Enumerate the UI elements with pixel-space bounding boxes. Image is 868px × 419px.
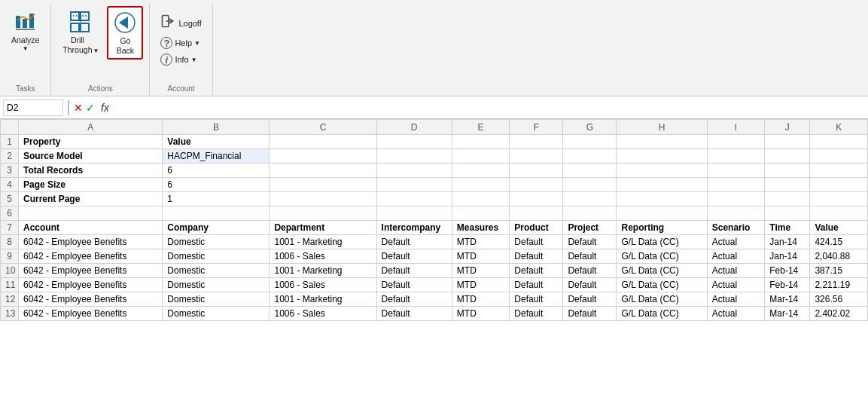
info-button[interactable]: i Info ▼	[156, 52, 201, 67]
cell-6-C[interactable]	[270, 206, 376, 221]
cell-13-J[interactable]: Mar-14	[765, 307, 810, 321]
cell-11-B[interactable]: Domestic	[163, 278, 270, 292]
cell-11-H[interactable]: G/L Data (CC)	[617, 278, 707, 292]
cell-9-I[interactable]: Actual	[707, 249, 765, 264]
cell-11-K[interactable]: 2,211.19	[810, 278, 868, 292]
cell-5-C[interactable]	[270, 192, 376, 206]
cell-10-D[interactable]: Default	[376, 264, 452, 278]
cell-10-B[interactable]: Domestic	[163, 264, 270, 278]
cell-10-C[interactable]: 1001 - Marketing	[270, 264, 376, 278]
cell-6-D[interactable]	[376, 206, 452, 221]
cell-8-K[interactable]: 424.15	[810, 235, 868, 249]
cell-reference-input[interactable]	[3, 99, 63, 116]
cell-1-B[interactable]: Value	[163, 135, 270, 149]
cell-4-B[interactable]: 6	[163, 178, 270, 192]
cell-13-G[interactable]: Default	[563, 307, 617, 321]
cell-3-E[interactable]	[452, 164, 510, 178]
cell-7-B[interactable]: Company	[163, 221, 270, 235]
cell-4-H[interactable]	[617, 178, 707, 192]
cell-8-E[interactable]: MTD	[452, 235, 510, 249]
col-header-b[interactable]: B	[163, 120, 270, 135]
cell-4-E[interactable]	[452, 178, 510, 192]
drillthrough-button[interactable]: DrillThrough ▼	[57, 6, 104, 58]
cell-9-E[interactable]: MTD	[452, 249, 510, 264]
cell-5-G[interactable]	[563, 192, 617, 206]
cell-4-A[interactable]: Page Size	[19, 178, 163, 192]
cell-9-H[interactable]: G/L Data (CC)	[617, 249, 707, 264]
cell-12-F[interactable]: Default	[510, 292, 563, 307]
col-header-f[interactable]: F	[510, 120, 563, 135]
col-header-h[interactable]: H	[617, 120, 707, 135]
cell-3-G[interactable]	[563, 164, 617, 178]
cell-7-F[interactable]: Product	[510, 221, 563, 235]
cell-9-K[interactable]: 2,040.88	[810, 249, 868, 264]
col-header-e[interactable]: E	[452, 120, 510, 135]
cell-8-J[interactable]: Jan-14	[765, 235, 810, 249]
cell-1-C[interactable]	[270, 135, 376, 149]
cell-12-A[interactable]: 6042 - Employee Benefits	[19, 292, 163, 307]
cell-12-E[interactable]: MTD	[452, 292, 510, 307]
cell-2-E[interactable]	[452, 149, 510, 164]
goback-button[interactable]: GoBack	[107, 6, 143, 60]
cell-8-G[interactable]: Default	[563, 235, 617, 249]
cell-8-A[interactable]: 6042 - Employee Benefits	[19, 235, 163, 249]
cell-11-I[interactable]: Actual	[707, 278, 765, 292]
col-header-j[interactable]: J	[765, 120, 810, 135]
cell-12-B[interactable]: Domestic	[163, 292, 270, 307]
cell-3-B[interactable]: 6	[163, 164, 270, 178]
cell-7-I[interactable]: Scenario	[707, 221, 765, 235]
col-header-k[interactable]: K	[810, 120, 868, 135]
cell-10-E[interactable]: MTD	[452, 264, 510, 278]
cell-3-H[interactable]	[617, 164, 707, 178]
cell-2-I[interactable]	[707, 149, 765, 164]
cell-10-J[interactable]: Feb-14	[765, 264, 810, 278]
cell-12-I[interactable]: Actual	[707, 292, 765, 307]
cell-1-K[interactable]	[810, 135, 868, 149]
cell-9-C[interactable]: 1006 - Sales	[270, 249, 376, 264]
cell-6-H[interactable]	[617, 206, 707, 221]
logoff-button[interactable]: Logoff	[156, 12, 206, 34]
cell-4-F[interactable]	[510, 178, 563, 192]
cell-1-F[interactable]	[510, 135, 563, 149]
cell-3-F[interactable]	[510, 164, 563, 178]
cell-6-G[interactable]	[563, 206, 617, 221]
cell-10-A[interactable]: 6042 - Employee Benefits	[19, 264, 163, 278]
cell-5-A[interactable]: Current Page	[19, 192, 163, 206]
cell-3-D[interactable]	[376, 164, 452, 178]
cell-1-J[interactable]	[765, 135, 810, 149]
cell-10-K[interactable]: 387.15	[810, 264, 868, 278]
cell-5-H[interactable]	[617, 192, 707, 206]
cell-11-D[interactable]: Default	[376, 278, 452, 292]
cell-1-A[interactable]: Property	[19, 135, 163, 149]
cell-5-I[interactable]	[707, 192, 765, 206]
spreadsheet-container[interactable]: A B C D E F G H I J K 1PropertyValue2Sou…	[0, 119, 868, 419]
cell-13-C[interactable]: 1006 - Sales	[270, 307, 376, 321]
cell-5-F[interactable]	[510, 192, 563, 206]
cell-7-K[interactable]: Value	[810, 221, 868, 235]
cell-6-K[interactable]	[810, 206, 868, 221]
cell-9-J[interactable]: Jan-14	[765, 249, 810, 264]
cell-5-K[interactable]	[810, 192, 868, 206]
cell-13-H[interactable]: G/L Data (CC)	[617, 307, 707, 321]
cell-3-A[interactable]: Total Records	[19, 164, 163, 178]
cell-5-J[interactable]	[765, 192, 810, 206]
cancel-icon[interactable]: ✕	[74, 102, 83, 114]
cell-9-A[interactable]: 6042 - Employee Benefits	[19, 249, 163, 264]
cell-11-A[interactable]: 6042 - Employee Benefits	[19, 278, 163, 292]
cell-1-E[interactable]	[452, 135, 510, 149]
cell-6-A[interactable]	[19, 206, 163, 221]
col-header-a[interactable]: A	[19, 120, 163, 135]
cell-9-D[interactable]: Default	[376, 249, 452, 264]
cell-7-A[interactable]: Account	[19, 221, 163, 235]
cell-2-A[interactable]: Source Model	[19, 149, 163, 164]
cell-8-D[interactable]: Default	[376, 235, 452, 249]
cell-2-D[interactable]	[376, 149, 452, 164]
help-button[interactable]: ? Help ▼	[156, 35, 205, 50]
cell-3-C[interactable]	[270, 164, 376, 178]
cell-6-I[interactable]	[707, 206, 765, 221]
cell-2-F[interactable]	[510, 149, 563, 164]
cell-13-A[interactable]: 6042 - Employee Benefits	[19, 307, 163, 321]
cell-2-J[interactable]	[765, 149, 810, 164]
cell-2-C[interactable]	[270, 149, 376, 164]
confirm-icon[interactable]: ✓	[86, 102, 95, 114]
